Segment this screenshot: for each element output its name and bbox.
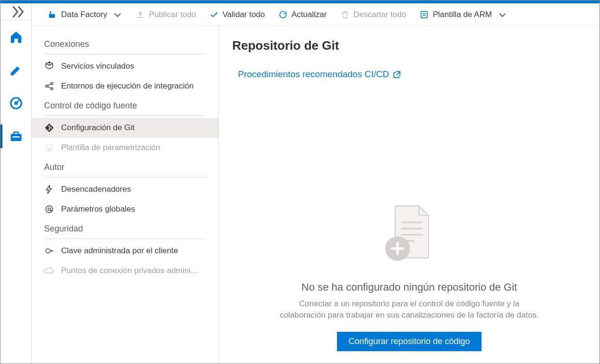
expand-rail-button[interactable] (0, 3, 31, 20)
check-icon (209, 10, 219, 19)
cloud-lock-icon (44, 266, 55, 276)
item-param-template: @ Plantilla de parametrización (32, 138, 218, 158)
page-title: Repositorio de Git (232, 38, 586, 53)
empty-state: No se ha configurado ningún repositorio … (232, 80, 586, 354)
rail-author[interactable] (0, 53, 31, 87)
key-icon (44, 246, 55, 256)
factory-icon (48, 10, 57, 19)
rail-home[interactable] (0, 20, 31, 53)
rail-monitor[interactable] (0, 87, 31, 120)
svg-rect-5 (50, 11, 51, 14)
toolbox-icon (9, 129, 23, 143)
document-plus-illustration (374, 196, 445, 269)
item-git-config[interactable]: Configuración de Git (32, 118, 218, 138)
discard-all-button: Descartar todo (335, 7, 412, 22)
svg-point-16 (48, 208, 51, 211)
svg-point-15 (46, 206, 53, 213)
configure-repo-button[interactable]: Configurar repositorio de código (337, 332, 481, 351)
svg-rect-3 (14, 132, 18, 134)
chevron-double-right-icon (10, 5, 25, 19)
refresh-icon (278, 10, 288, 19)
svg-rect-4 (12, 136, 19, 138)
item-integration-runtimes[interactable]: Entornos de ejecución de integración (32, 76, 218, 96)
group-source-control-title: Control de código fuente (32, 96, 218, 114)
validate-all-button[interactable]: Validar todo (204, 7, 271, 22)
network-icon (44, 81, 55, 91)
app-dropdown[interactable]: Data Factory (42, 7, 128, 22)
svg-text:@: @ (47, 147, 51, 151)
svg-point-17 (46, 249, 50, 253)
settings-panel: Conexiones Servicios vinculados Entornos… (32, 26, 219, 364)
at-icon (44, 204, 55, 214)
external-link-icon (393, 71, 401, 79)
top-toolbar: Data Factory Publicar todo Validar todo … (32, 3, 600, 26)
chevron-down-icon (498, 10, 507, 19)
empty-title: No se ha configurado ningún repositorio … (301, 281, 517, 293)
item-global-params[interactable]: Parámetros globales (32, 199, 218, 219)
home-icon (9, 30, 23, 44)
git-icon (44, 123, 55, 133)
gauge-icon (9, 96, 23, 110)
empty-text: Conectar a un repositorio para el contro… (277, 298, 542, 321)
item-triggers[interactable]: Desencadenadores (32, 179, 218, 199)
arm-template-icon (419, 10, 429, 19)
detail-pane: Repositorio de Git Procedimientos recome… (219, 26, 600, 364)
item-private-endpoints: Puntos de conexión privados admini… (32, 261, 218, 281)
app-label: Data Factory (61, 10, 107, 19)
item-linked-services[interactable]: Servicios vinculados (32, 56, 218, 76)
group-connections-title: Conexiones (32, 35, 218, 52)
cube-icon (44, 61, 55, 71)
item-cmk[interactable]: Clave administrada por el cliente (32, 241, 218, 261)
rail-manage[interactable] (0, 120, 31, 153)
pencil-icon (9, 63, 23, 77)
group-security-title: Seguridad (32, 219, 218, 237)
chevron-down-icon (113, 10, 122, 19)
template-icon: @ (44, 142, 55, 153)
cicd-best-practices-link[interactable]: Procedimientos recomendados CI/CD (238, 69, 586, 80)
upload-icon (136, 10, 145, 19)
refresh-button[interactable]: Actualizar (273, 7, 333, 22)
trash-icon (340, 10, 350, 19)
publish-all-button: Publicar todo (130, 7, 201, 22)
left-rail (0, 3, 32, 364)
group-author-title: Autor (32, 158, 218, 175)
arm-template-dropdown[interactable]: Plantilla de ARM (414, 7, 513, 22)
bolt-icon (44, 184, 55, 195)
